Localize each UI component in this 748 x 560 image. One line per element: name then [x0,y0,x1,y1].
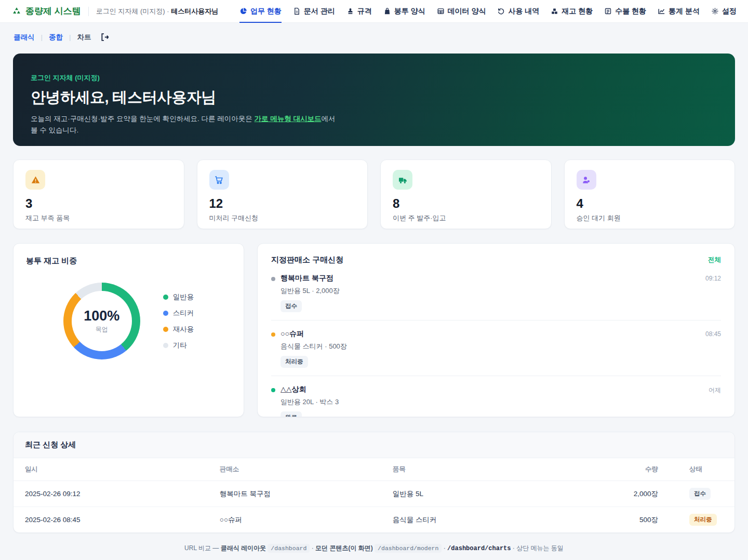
legend-dot [163,343,168,348]
nav-item-ledger[interactable]: 수불 현황 [604,0,646,23]
col-header-qty: 수량 [576,458,670,481]
stat-value: 3 [25,196,172,211]
stat-card-pending-purchases: 12 미처리 구매신청 [197,159,368,229]
status-badge: 완료 [280,411,302,417]
footer-suffix: 상단 메뉴는 동일 [516,544,564,552]
donut-chart: 100% 목업 [63,283,140,359]
legend-dot [163,327,168,332]
request-desc: 일반용 20L · 박스 3 [280,397,721,407]
subnav-link-charts[interactable]: 차트 [77,33,91,42]
nav-item-bag-forms[interactable]: 봉투 양식 [383,0,425,23]
footer-separator: · [513,544,515,552]
legend-dot [163,311,168,316]
subnav-link-classic[interactable]: 클래식 [14,33,35,42]
stat-card-low-stock: 3 재고 부족 품목 [13,159,184,229]
nav-label: 수불 현황 [615,7,646,16]
footer-classic-path: /dashboard [268,544,310,553]
cell-qty: 500장 [576,507,670,533]
table-icon [437,7,445,15]
stat-icon-wrap [577,170,596,190]
nav-label: 문서 관리 [304,7,335,16]
stat-card-weekly-orders: 8 이번 주 발주·입고 [380,159,552,229]
nav-label: 통계 분석 [669,7,700,16]
request-time: 08:45 [705,330,721,338]
status-dot [271,277,275,281]
view-all-link[interactable]: 전체 [708,256,721,264]
warning-icon [31,175,41,185]
url-comparison-footer: URL 비교 — 클래식 레이아웃 /dashboard · 모던 콘텐츠(이 … [13,533,735,560]
stats-row: 3 재고 부족 품목 12 미처리 구매신청 8 이번 주 발주·입고 4 승인… [13,159,735,229]
middle-row: 봉투 재고 비중 100% 목업 일반용 스티커 [13,243,735,417]
nav-item-statistics[interactable]: 통계 분석 [658,0,700,23]
logout-icon[interactable] [100,32,110,42]
nav-label: 설정 [722,7,737,16]
subnav-link-combined[interactable]: 종합 [49,33,63,42]
chart-title: 봉투 재고 비중 [26,256,231,266]
legend-item: 스티커 [163,309,194,318]
cell-item: 일반용 5L [381,481,576,507]
hero-dashboard-link[interactable]: 가로 메뉴형 대시보드 [255,115,322,123]
legend-label: 스티커 [173,309,194,318]
nav-item-specs[interactable]: 규격 [346,0,372,23]
stat-card-pending-members: 4 승인 대기 회원 [564,159,736,229]
stat-value: 8 [393,196,539,211]
request-desc: 일반용 5L · 2,000장 [280,286,721,296]
nav-label: 봉투 양식 [394,7,425,16]
status-dot [271,332,275,337]
donut-center-sublabel: 목업 [96,325,108,334]
shopping-bag-icon [383,7,391,15]
request-desc: 음식물 스티커 · 500장 [280,342,721,351]
nav-label: 규격 [357,7,372,16]
request-list-item[interactable]: △△상회 어제 일반용 20L · 박스 3 완료 [271,376,721,417]
request-list-item[interactable]: 행복마트 북구점 09:12 일반용 5L · 2,000장 접수 [271,265,721,321]
page-content: 로그인 지자체 (미지정) 안녕하세요, 테스터사용자님 오늘의 재고·구매신청… [0,54,748,560]
nav-item-inventory[interactable]: 재고 현황 [551,0,593,23]
app-logo[interactable]: 종량제 시스템 [11,5,81,17]
stat-icon-wrap [209,170,229,190]
nav-item-settings[interactable]: 설정 [711,0,737,23]
footer-charts-path: /dashboard/charts [447,545,511,552]
nav-item-documents[interactable]: 문서 관리 [293,0,335,23]
gear-icon [711,7,719,15]
nav-label: 재고 현황 [562,7,593,16]
table-row[interactable]: 2025-02-26 08:45 ○○슈퍼 음식물 스티커 500장 처리중 [14,507,734,533]
stat-icon-wrap [25,170,45,190]
table-row[interactable]: 2025-02-26 09:12 행복마트 북구점 일반용 5L 2,000장 … [14,481,734,507]
donut-center-value: 100% [84,308,119,324]
request-list-item[interactable]: ○○슈퍼 08:45 음식물 스티커 · 500장 처리중 [271,321,721,376]
stat-label: 미처리 구매신청 [209,214,356,223]
nav-label: 데이터 양식 [448,7,486,16]
recent-requests-card: 최근 신청 상세 일시 판매소 품목 수량 상태 2025-02-26 09:1… [13,432,735,533]
stat-label: 승인 대기 회원 [577,214,723,223]
footer-separator: · [444,544,446,552]
footer-prefix: URL 비교 — [184,544,221,552]
store-name: ○○슈퍼 [280,329,721,339]
document-icon [293,7,301,15]
table-header-row: 일시 판매소 품목 수량 상태 [14,458,734,481]
recycle-icon [11,6,22,17]
nav-item-usage-history[interactable]: 사용 내역 [497,0,539,23]
truck-icon [398,175,408,185]
nav-item-work-status[interactable]: 업무 현황 [239,0,282,23]
nav-item-data-forms[interactable]: 데이터 양식 [437,0,486,23]
cell-store: 행복마트 북구점 [208,481,381,507]
legend-dot [163,295,168,300]
donut-center: 100% 목업 [72,291,132,351]
legend-item: 기타 [163,341,194,350]
store-name: 행복마트 북구점 [280,274,721,283]
user-check-icon [581,175,591,185]
col-header-item: 품목 [381,458,576,481]
breadcrumb: 로그인 지자체 (미지정) · 테스터사용자님 [96,7,218,16]
stock-ratio-card: 봉투 재고 비중 100% 목업 일반용 스티커 [13,243,244,417]
stamp-icon [346,7,354,15]
recent-requests-table: 일시 판매소 품목 수량 상태 2025-02-26 09:12 행복마트 북구… [14,458,734,532]
legend-item: 재사용 [163,325,194,334]
cell-qty: 2,000장 [576,481,670,507]
request-time: 어제 [709,386,721,395]
requests-header: 지정판매소 구매신청 전체 [271,255,721,265]
footer-modern-path: /dashboard/modern [375,544,442,553]
hero-banner: 로그인 지자체 (미지정) 안녕하세요, 테스터사용자님 오늘의 재고·구매신청… [13,54,735,146]
hero-desc-text: 오늘의 재고·구매신청·발주 요약을 한눈에 확인하세요. 다른 레이아웃은 [31,115,255,123]
request-time: 09:12 [705,275,721,282]
chart-legend: 일반용 스티커 재사용 기타 [163,292,194,350]
